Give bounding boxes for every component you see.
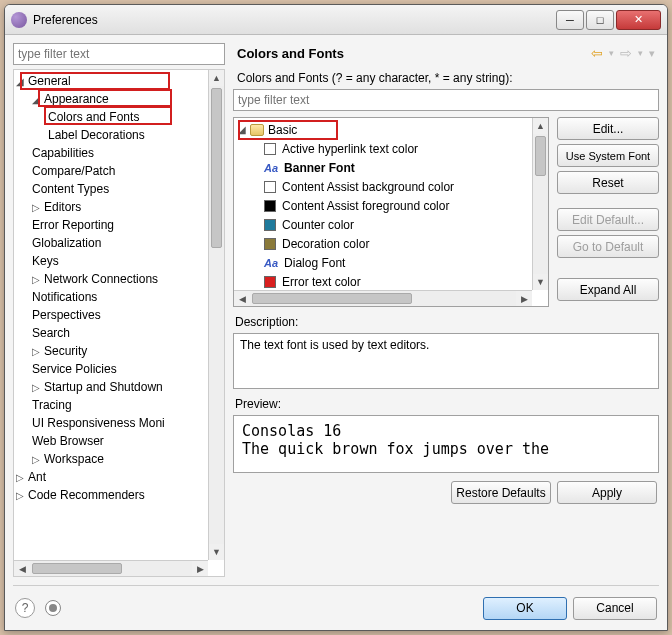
scrollbar-thumb[interactable] bbox=[252, 293, 412, 304]
cf-item-banner-font[interactable]: Aa Banner Font bbox=[234, 158, 532, 177]
tree-item-startup-shutdown[interactable]: ▷Startup and Shutdown bbox=[14, 378, 224, 396]
apply-button[interactable]: Apply bbox=[557, 481, 657, 504]
tree-item-code-recommenders[interactable]: ▷Code Recommenders bbox=[14, 486, 224, 504]
tree-item-perspectives[interactable]: Perspectives bbox=[14, 306, 224, 324]
scroll-left-icon[interactable]: ◀ bbox=[234, 291, 250, 306]
expand-all-button[interactable]: Expand All bbox=[557, 278, 659, 301]
app-icon bbox=[11, 12, 27, 28]
tree-item-colors-and-fonts[interactable]: Colors and Fonts bbox=[14, 108, 224, 126]
nav-vertical-scrollbar[interactable]: ▲ ▼ bbox=[208, 70, 224, 560]
tree-item-search[interactable]: Search bbox=[14, 324, 224, 342]
cf-item-active-hyperlink[interactable]: Active hyperlink text color bbox=[234, 139, 532, 158]
tree-item-label-decorations[interactable]: Label Decorations bbox=[14, 126, 224, 144]
scroll-up-icon[interactable]: ▲ bbox=[533, 118, 548, 134]
tree-item-notifications[interactable]: Notifications bbox=[14, 288, 224, 306]
cf-label: Banner Font bbox=[284, 161, 355, 175]
cancel-button[interactable]: Cancel bbox=[573, 597, 657, 620]
ok-button[interactable]: OK bbox=[483, 597, 567, 620]
scroll-down-icon[interactable]: ▼ bbox=[533, 274, 548, 290]
tree-item-globalization[interactable]: Globalization bbox=[14, 234, 224, 252]
preview-line: The quick brown fox jumps over the bbox=[242, 440, 650, 458]
tree-item-ui-responsiveness[interactable]: UI Responsiveness Moni bbox=[14, 414, 224, 432]
help-icon[interactable]: ? bbox=[15, 598, 35, 618]
tree-item-web-browser[interactable]: Web Browser bbox=[14, 432, 224, 450]
tree-item-workspace[interactable]: ▷Workspace bbox=[14, 450, 224, 468]
reset-button[interactable]: Reset bbox=[557, 171, 659, 194]
maximize-button[interactable]: □ bbox=[586, 10, 614, 30]
description-text: The text font is used by text editors. bbox=[240, 338, 429, 352]
cf-label: Content Assist foreground color bbox=[282, 199, 449, 213]
back-icon[interactable]: ⇦ bbox=[591, 45, 603, 61]
scrollbar-thumb[interactable] bbox=[211, 88, 222, 248]
tree-item-editors[interactable]: ▷Editors bbox=[14, 198, 224, 216]
cf-item-dialog-font[interactable]: Aa Dialog Font bbox=[234, 253, 532, 272]
font-icon: Aa bbox=[264, 162, 278, 174]
export-settings-icon[interactable] bbox=[45, 600, 61, 616]
edit-button[interactable]: Edit... bbox=[557, 117, 659, 140]
tree-item-error-reporting[interactable]: Error Reporting bbox=[14, 216, 224, 234]
use-system-font-button[interactable]: Use System Font bbox=[557, 144, 659, 167]
scroll-down-icon[interactable]: ▼ bbox=[209, 544, 224, 560]
scrollbar-thumb[interactable] bbox=[32, 563, 122, 574]
dialog-footer: ? OK Cancel bbox=[5, 586, 667, 630]
cf-item-basic[interactable]: ◢ Basic bbox=[234, 120, 532, 139]
minimize-button[interactable]: ─ bbox=[556, 10, 584, 30]
tree-label: Code Recommenders bbox=[28, 488, 145, 502]
tree-item-ant[interactable]: ▷Ant bbox=[14, 468, 224, 486]
nav-tree: ◢General ◢Appearance Colors and Fonts La… bbox=[13, 69, 225, 577]
scroll-right-icon[interactable]: ▶ bbox=[192, 561, 208, 576]
tree-item-service-policies[interactable]: Service Policies bbox=[14, 360, 224, 378]
nav-horizontal-scrollbar[interactable]: ◀ ▶ bbox=[14, 560, 208, 576]
cf-label: Basic bbox=[268, 123, 297, 137]
cf-item-ca-bg[interactable]: Content Assist background color bbox=[234, 177, 532, 196]
tree-label: Web Browser bbox=[32, 434, 104, 448]
tree-item-network-connections[interactable]: ▷Network Connections bbox=[14, 270, 224, 288]
tree-label: Ant bbox=[28, 470, 46, 484]
cf-item-counter[interactable]: Counter color bbox=[234, 215, 532, 234]
chevron-down-icon[interactable]: ▾ bbox=[609, 48, 614, 58]
tree-item-keys[interactable]: Keys bbox=[14, 252, 224, 270]
page-title: Colors and Fonts bbox=[237, 46, 344, 61]
tree-item-compare-patch[interactable]: Compare/Patch bbox=[14, 162, 224, 180]
tree-label: Search bbox=[32, 326, 70, 340]
scrollbar-thumb[interactable] bbox=[535, 136, 546, 176]
forward-icon[interactable]: ⇨ bbox=[620, 45, 632, 61]
preferences-window: Preferences ─ □ ✕ ◢General ◢Appearance C… bbox=[4, 4, 668, 631]
close-button[interactable]: ✕ bbox=[616, 10, 661, 30]
tree-item-security[interactable]: ▷Security bbox=[14, 342, 224, 360]
cf-label: Error text color bbox=[282, 275, 361, 289]
tree-item-capabilities[interactable]: Capabilities bbox=[14, 144, 224, 162]
cf-label: Content Assist background color bbox=[282, 180, 454, 194]
tree-item-tracing[interactable]: Tracing bbox=[14, 396, 224, 414]
scroll-up-icon[interactable]: ▲ bbox=[209, 70, 224, 86]
filter-help-text: Colors and Fonts (? = any character, * =… bbox=[237, 71, 655, 85]
cf-item-ca-fg[interactable]: Content Assist foreground color bbox=[234, 196, 532, 215]
menu-chevron-icon[interactable]: ▾ bbox=[649, 47, 655, 60]
cf-filter-input[interactable] bbox=[233, 89, 659, 111]
restore-defaults-button[interactable]: Restore Defaults bbox=[451, 481, 551, 504]
tree-label: Capabilities bbox=[32, 146, 94, 160]
cf-item-decoration[interactable]: Decoration color bbox=[234, 234, 532, 253]
cf-item-error-text[interactable]: Error text color bbox=[234, 272, 532, 290]
tree-item-general[interactable]: ◢General bbox=[14, 72, 224, 90]
chevron-down-icon[interactable]: ▾ bbox=[638, 48, 643, 58]
tree-label: Perspectives bbox=[32, 308, 101, 322]
cf-horizontal-scrollbar[interactable]: ◀ ▶ bbox=[234, 290, 532, 306]
color-swatch bbox=[264, 200, 276, 212]
scroll-left-icon[interactable]: ◀ bbox=[14, 561, 30, 576]
description-label: Description: bbox=[235, 315, 657, 329]
color-swatch bbox=[264, 238, 276, 250]
color-swatch bbox=[264, 276, 276, 288]
tree-label: Workspace bbox=[44, 452, 104, 466]
edit-default-button: Edit Default... bbox=[557, 208, 659, 231]
cf-label: Decoration color bbox=[282, 237, 369, 251]
scroll-right-icon[interactable]: ▶ bbox=[516, 291, 532, 306]
nav-filter-input[interactable] bbox=[13, 43, 225, 65]
tree-label: Tracing bbox=[32, 398, 72, 412]
cf-vertical-scrollbar[interactable]: ▲ ▼ bbox=[532, 118, 548, 290]
tree-label: Label Decorations bbox=[48, 128, 145, 142]
cf-tree: ◢ Basic Active hyperlink text color Aa B… bbox=[233, 117, 549, 307]
tree-item-content-types[interactable]: Content Types bbox=[14, 180, 224, 198]
cf-body: ◢ Basic Active hyperlink text color Aa B… bbox=[233, 117, 659, 307]
tree-item-appearance[interactable]: ◢Appearance bbox=[14, 90, 224, 108]
